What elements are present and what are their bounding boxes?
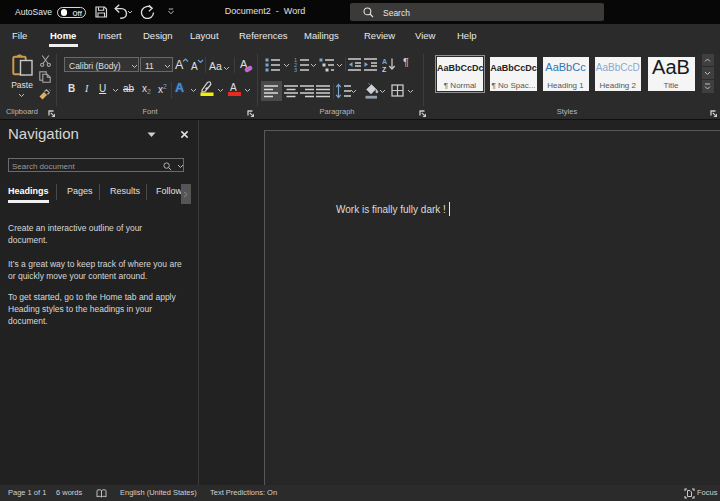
svg-text:3: 3 — [294, 67, 297, 72]
svg-text:Z: Z — [382, 66, 387, 73]
svg-text:A: A — [382, 58, 387, 65]
